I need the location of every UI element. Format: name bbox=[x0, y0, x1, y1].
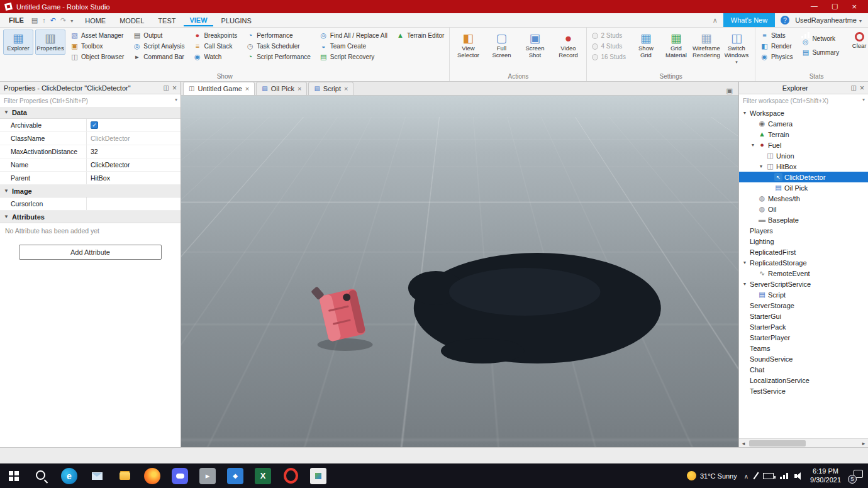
firefox-taskbar-button[interactable] bbox=[138, 463, 166, 488]
command-bar-button[interactable]: ▸Command Bar bbox=[131, 53, 186, 61]
whats-new-button[interactable]: What's New bbox=[723, 13, 775, 27]
call-stack-button[interactable]: ≡Call Stack bbox=[191, 42, 239, 50]
paint-3d-taskbar-button[interactable] bbox=[221, 463, 249, 488]
property-value[interactable]: ClickDetector bbox=[87, 132, 181, 145]
property-value[interactable] bbox=[87, 197, 181, 210]
property-value[interactable]: ClickDetector bbox=[87, 158, 181, 171]
section-header-attributes[interactable]: ▼Attributes bbox=[0, 211, 181, 223]
tree-item-players[interactable]: Players bbox=[739, 225, 868, 236]
tree-item-workspace[interactable]: ▼Workspace bbox=[739, 108, 868, 118]
collapse-ribbon-icon[interactable] bbox=[713, 16, 718, 25]
window-maximize-button[interactable] bbox=[832, 2, 838, 11]
properties-button[interactable]: ▥Properties bbox=[35, 30, 65, 55]
tree-item-replicatedstorage[interactable]: ▼ReplicatedStorage bbox=[739, 257, 868, 268]
volume-icon[interactable] bbox=[794, 472, 803, 480]
4-studs-radio[interactable]: 4 Studs bbox=[590, 42, 627, 50]
tree-item-teams[interactable]: Teams bbox=[739, 343, 868, 353]
window-minimize-button[interactable] bbox=[811, 2, 818, 11]
tree-item-lighting[interactable]: Lighting bbox=[739, 236, 868, 247]
photos-taskbar-button[interactable] bbox=[304, 463, 332, 488]
breakpoints-button[interactable]: ●Breakpoints bbox=[191, 31, 239, 40]
document-tab-untitled-game[interactable]: ◫Untitled Game× bbox=[183, 82, 255, 95]
grid-material-button[interactable]: ▦Grid Material bbox=[661, 30, 691, 67]
script-performance-button[interactable]: ◔Script Performance bbox=[244, 53, 313, 61]
stats-button[interactable]: ≡Stats bbox=[759, 31, 794, 40]
ribbon-tab-model[interactable]: MODEL bbox=[114, 15, 150, 26]
save-icon[interactable] bbox=[31, 16, 38, 25]
section-header-image[interactable]: ▼Image bbox=[0, 185, 181, 197]
opera-taskbar-button[interactable] bbox=[277, 463, 304, 488]
expand-chevron-icon[interactable]: ▼ bbox=[758, 164, 764, 169]
task-scheduler-button[interactable]: ◷Task Scheduler bbox=[244, 42, 313, 50]
network-icon[interactable] bbox=[780, 473, 788, 479]
property-value[interactable]: 32 bbox=[87, 145, 181, 158]
tab-close-icon[interactable]: × bbox=[298, 85, 301, 92]
undo-icon[interactable] bbox=[50, 16, 56, 25]
properties-filter-input[interactable] bbox=[0, 96, 181, 107]
tray-chevron-icon[interactable] bbox=[744, 472, 748, 480]
tree-item-clickdetector[interactable]: ↖ClickDetector bbox=[739, 172, 868, 182]
viewport-3d[interactable] bbox=[181, 96, 738, 447]
discord-taskbar-button[interactable] bbox=[166, 463, 194, 488]
filter-caret-icon[interactable] bbox=[175, 97, 177, 103]
tree-item-starterplayer[interactable]: StarterPlayer bbox=[739, 332, 868, 343]
video-record-button[interactable]: ●Video Record bbox=[553, 30, 583, 61]
full-screen-button[interactable]: ▢Full Screen bbox=[486, 30, 516, 61]
close-icon[interactable] bbox=[860, 84, 864, 92]
show-grid-button[interactable]: ▦Show Grid bbox=[631, 30, 661, 67]
team-create-button[interactable]: ◒Team Create bbox=[318, 42, 389, 50]
tree-item-oil-pick[interactable]: ▤Oil Pick bbox=[739, 182, 868, 193]
expand-chevron-icon[interactable]: ▼ bbox=[750, 143, 756, 147]
tree-item-soundservice[interactable]: SoundService bbox=[739, 353, 868, 364]
tree-item-starterpack[interactable]: StarterPack bbox=[739, 321, 868, 332]
add-attribute-button[interactable]: Add Attribute bbox=[19, 245, 162, 260]
tree-item-serverstorage[interactable]: ServerStorage bbox=[739, 300, 868, 311]
tab-close-icon[interactable]: × bbox=[245, 85, 249, 92]
oil-canister[interactable] bbox=[310, 278, 373, 351]
tree-item-meshes-th[interactable]: ◍Meshes/th bbox=[739, 193, 868, 204]
tree-item-chat[interactable]: Chat bbox=[739, 364, 868, 375]
start-taskbar-button[interactable] bbox=[0, 463, 28, 488]
document-tab-script[interactable]: ▤Script× bbox=[308, 82, 353, 95]
qa-caret-icon[interactable] bbox=[70, 16, 73, 24]
watch-button[interactable]: ◉Watch bbox=[191, 53, 239, 61]
tab-close-icon[interactable]: × bbox=[344, 85, 348, 92]
physics-button[interactable]: ◉Physics bbox=[759, 53, 794, 61]
scroll-left-icon[interactable] bbox=[739, 440, 748, 446]
tree-item-replicatedfirst[interactable]: ReplicatedFirst bbox=[739, 247, 868, 257]
account-menu[interactable]: UsedRayanheartme bbox=[795, 16, 864, 24]
window-close-button[interactable] bbox=[852, 2, 857, 11]
tree-item-oil[interactable]: ◍Oil bbox=[739, 204, 868, 214]
viewport-expand-icon[interactable] bbox=[721, 87, 738, 95]
document-tab-oil-pick[interactable]: ▤Oil Pick× bbox=[256, 82, 307, 95]
weather-widget[interactable]: 31°C Sunny bbox=[687, 471, 737, 480]
file-menu-button[interactable]: FILE bbox=[4, 15, 29, 25]
switch-windows-button[interactable]: ◫Switch Windows▾ bbox=[721, 30, 752, 67]
script-recovery-button[interactable]: ▤Script Recovery bbox=[318, 53, 389, 61]
file-explorer-taskbar-button[interactable] bbox=[111, 463, 138, 488]
ribbon-tab-test[interactable]: TEST bbox=[152, 15, 181, 26]
publish-icon[interactable] bbox=[42, 16, 46, 24]
find-all-replace-all-button[interactable]: ◎Find All / Replace All bbox=[318, 31, 389, 40]
expand-chevron-icon[interactable]: ▼ bbox=[742, 282, 748, 286]
performance-button[interactable]: ◔Performance bbox=[244, 31, 313, 40]
redo-icon[interactable] bbox=[60, 16, 66, 25]
archivable-checkbox[interactable]: ✓ bbox=[91, 121, 98, 129]
tree-item-terrain[interactable]: ▲Terrain bbox=[739, 129, 868, 140]
oil-puddle[interactable] bbox=[408, 253, 661, 363]
2-studs-radio[interactable]: 2 Studs bbox=[590, 31, 627, 40]
dock-icon[interactable] bbox=[851, 84, 857, 91]
terrain-editor-button[interactable]: ▲Terrain Editor bbox=[394, 31, 446, 40]
view-selector-button[interactable]: ◧View Selector bbox=[453, 30, 483, 61]
clear-button[interactable]: Clear bbox=[844, 30, 868, 52]
tree-item-baseplate[interactable]: ▬Baseplate bbox=[739, 214, 868, 225]
battery-icon[interactable] bbox=[763, 473, 774, 479]
output-button[interactable]: ▤Output bbox=[131, 31, 186, 40]
tree-item-testservice[interactable]: TestService bbox=[739, 385, 868, 396]
tree-item-fuel[interactable]: ▼●Fuel bbox=[739, 140, 868, 150]
pen-icon[interactable] bbox=[755, 472, 757, 480]
media-player-taskbar-button[interactable] bbox=[194, 463, 221, 488]
explorer-horizontal-scrollbar[interactable] bbox=[739, 438, 868, 447]
scrollbar-thumb[interactable] bbox=[749, 440, 806, 446]
excel-taskbar-button[interactable] bbox=[249, 463, 277, 488]
